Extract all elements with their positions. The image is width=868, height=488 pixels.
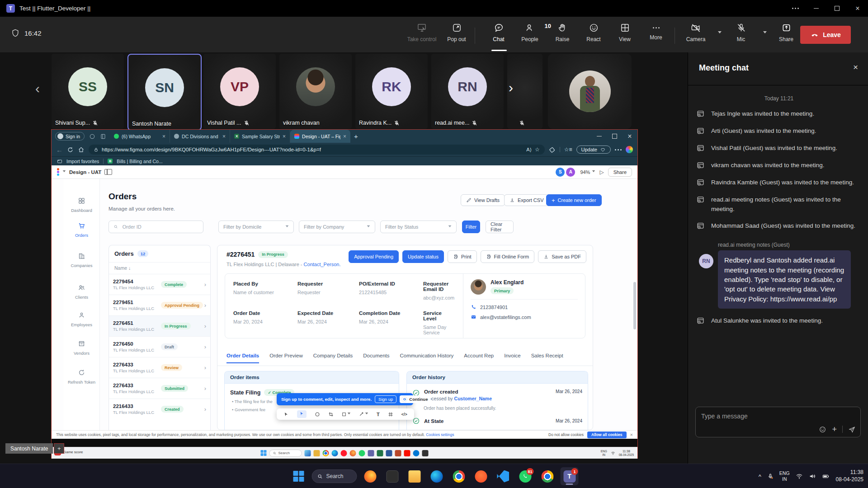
titlebar-more-icon[interactable]	[785, 0, 806, 17]
browser-tab-dc-divisions[interactable]: DC Divisions and Surroundings×	[170, 130, 230, 143]
tray-expand-icon[interactable]: ^	[759, 473, 761, 480]
app-icon[interactable]	[305, 450, 311, 456]
copilot-icon[interactable]	[626, 146, 633, 153]
sidebar-item-companies[interactable]: Companies	[64, 252, 99, 268]
connector-tool-icon[interactable]	[359, 412, 368, 417]
send-icon[interactable]	[848, 426, 856, 433]
browser-tab-whatsapp[interactable]: (6) WhatsApp×	[110, 130, 170, 143]
participant-tile-active[interactable]: SN Santosh Narate	[127, 54, 202, 131]
figma-menu-chevron-icon[interactable]	[63, 170, 66, 174]
contact-phone[interactable]: 2123874901	[471, 304, 578, 310]
bookmark-import-favorites[interactable]: Import favorites	[66, 159, 99, 164]
chat-close-icon[interactable]: ×	[853, 62, 858, 72]
browser-tab-excel[interactable]: X Sample Salary Structure with calc×	[230, 130, 290, 143]
firefox-button[interactable]	[361, 467, 379, 485]
teams-button[interactable]: T 1	[561, 467, 579, 485]
whatsapp-icon[interactable]	[359, 450, 365, 456]
tab-close-icon[interactable]: ×	[343, 133, 346, 140]
filter-status-select[interactable]: Filter by Status	[380, 221, 457, 233]
frame-tool-icon[interactable]	[388, 412, 393, 417]
view-button[interactable]: View	[609, 23, 641, 42]
canvas-scrollbar[interactable]	[633, 282, 636, 329]
address-bar[interactable]: https://www.figma.com/design/9BKQ0FOHRWa…	[89, 145, 545, 155]
contact-person-link[interactable]: Contact_Person.	[304, 262, 341, 267]
powerpoint-icon[interactable]	[395, 450, 401, 456]
order-row[interactable]: 2216433TL Flex Holdings LLC Created ›	[109, 399, 210, 419]
file-explorer-button[interactable]	[406, 467, 424, 485]
chat-input-box[interactable]: +	[695, 407, 861, 437]
leave-button[interactable]: Leave	[800, 26, 851, 44]
order-row[interactable]: 2279451TL Flex Holdings LLC Approval Pen…	[109, 295, 210, 315]
google-continue-button[interactable]: GContinue	[400, 395, 431, 403]
tab-invoice[interactable]: Invoice	[504, 353, 520, 363]
participant-tile[interactable]: vikram chavan	[279, 54, 352, 129]
mic-button[interactable]: Mic	[727, 23, 755, 42]
sidebar-item-clients[interactable]: Clients	[64, 284, 99, 300]
figma-share-button[interactable]: Share	[608, 168, 632, 177]
raise-hand-button[interactable]: Raise	[546, 23, 579, 42]
chrome-profile-button[interactable]	[538, 467, 557, 485]
cookie-close-icon[interactable]: ×	[630, 432, 633, 437]
text-tool-icon[interactable]: T	[377, 412, 380, 417]
excel-icon[interactable]	[377, 450, 383, 456]
acrobat-icon[interactable]	[404, 450, 410, 456]
outlook-icon[interactable]	[413, 450, 420, 456]
opera-icon[interactable]	[341, 450, 347, 456]
sidebar-item-dashboard[interactable]: Dashboard	[64, 197, 99, 213]
browser-minimize-button[interactable]	[591, 130, 607, 143]
vscode-button[interactable]	[494, 467, 512, 485]
edge-icon[interactable]	[332, 450, 338, 456]
filter-company-select[interactable]: Filter by Company	[299, 221, 375, 233]
firefox-icon[interactable]	[350, 450, 356, 456]
minimize-button[interactable]	[806, 0, 826, 17]
sidebar-item-vendors[interactable]: Vendors	[64, 340, 99, 356]
tab-order-preview[interactable]: Order Preview	[269, 353, 303, 363]
order-row[interactable]: 2279454TL Flex Holdings LLC Complete ›	[109, 274, 210, 295]
back-icon[interactable]: ←	[56, 146, 63, 154]
sidebar-item-refresh-token[interactable]: Refresh Token	[64, 369, 99, 385]
pop-out-button[interactable]: Pop out	[440, 23, 473, 42]
participant-tile[interactable]: RN read.ai mee...	[431, 54, 504, 129]
terminal-button[interactable]	[383, 467, 401, 485]
tab-close-icon[interactable]: ×	[283, 133, 286, 140]
sign-up-button[interactable]: Sign up	[375, 395, 396, 403]
terminal-icon[interactable]	[422, 450, 429, 456]
people-button[interactable]: 10 People	[514, 23, 546, 42]
inner-language-indicator[interactable]: ENGIN	[601, 450, 607, 456]
tab-company-details[interactable]: Company Details	[313, 353, 353, 363]
approval-pending-button[interactable]: Approval Pending	[349, 250, 399, 263]
filter-domicile-select[interactable]: Filter by Domicile	[218, 221, 294, 233]
order-row-selected[interactable]: 2276451TL Flex Holdings LLC In Progress …	[109, 315, 210, 336]
react-button[interactable]: React	[577, 23, 610, 42]
chrome-button[interactable]	[450, 467, 468, 485]
tab-order-details[interactable]: Order Details	[226, 353, 259, 363]
order-id-input[interactable]	[122, 224, 198, 230]
taskbar-search[interactable]: Search	[312, 469, 357, 483]
participant-tile[interactable]: VP Vishal Patil ...	[203, 54, 276, 129]
chrome-icon[interactable]	[323, 450, 329, 456]
camera-button[interactable]: Camera	[682, 23, 710, 42]
mic-options-chevron-icon[interactable]	[763, 31, 767, 35]
filter-apply-button[interactable]: Filter	[462, 221, 480, 233]
workspaces-icon[interactable]	[89, 133, 95, 140]
column-header[interactable]: Name ↓	[109, 262, 210, 274]
tab-close-icon[interactable]: ×	[222, 133, 226, 140]
participant-tile[interactable]: RK Ravindra K...	[355, 54, 428, 129]
folder-icon[interactable]	[314, 450, 320, 456]
cursor-tool-icon[interactable]	[283, 412, 289, 417]
camera-options-chevron-icon[interactable]	[718, 31, 722, 35]
code-tool-icon[interactable]: </>	[401, 412, 407, 417]
chat-button[interactable]: Chat	[482, 23, 515, 42]
attach-plus-icon[interactable]: +	[832, 425, 837, 433]
read-aloud-icon[interactable]: A⟩	[526, 147, 532, 153]
tab-sales-receipt[interactable]: Sales Receipt	[531, 353, 563, 363]
allow-cookies-button[interactable]: Allow all cookies	[587, 432, 627, 438]
word-icon[interactable]	[386, 450, 392, 456]
battery-icon[interactable]	[822, 473, 830, 480]
tab-documents[interactable]: Documents	[363, 353, 389, 363]
browser-tab-figma-active[interactable]: Design - UAT – Figma×	[290, 130, 350, 143]
brave-button[interactable]	[472, 467, 490, 485]
presenter-add-icon[interactable]: +	[54, 443, 64, 454]
inner-clock[interactable]: 11:3808-04-2025	[619, 450, 634, 457]
extension-icon[interactable]	[549, 146, 556, 153]
